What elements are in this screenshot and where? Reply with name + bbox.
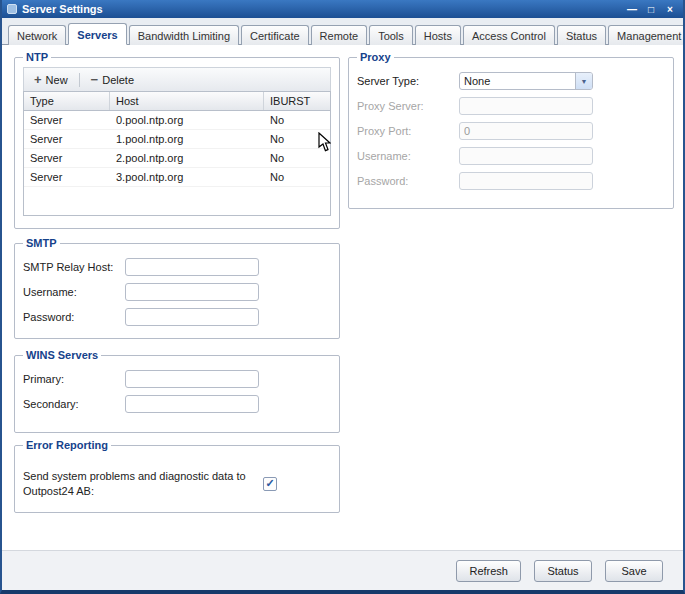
proxy-server-label: Proxy Server:	[357, 100, 459, 112]
tab-tools[interactable]: Tools	[369, 25, 413, 45]
wins-legend: WINS Servers	[23, 349, 101, 361]
chevron-down-icon[interactable]: ▼	[575, 73, 592, 89]
smtp-password-input[interactable]	[125, 308, 259, 326]
proxy-username-input	[459, 147, 593, 165]
server-type-select[interactable]: None ▼	[459, 72, 593, 90]
tab-certificate[interactable]: Certificate	[241, 25, 309, 45]
wins-secondary-input[interactable]	[125, 395, 259, 413]
cell-iburst: No	[264, 133, 330, 145]
cell-type: Server	[24, 152, 110, 164]
tab-label: Remote	[320, 30, 359, 42]
cell-type: Server	[24, 171, 110, 183]
new-button[interactable]: + New	[28, 72, 74, 88]
tab-management[interactable]: Management	[608, 25, 685, 45]
window-title: Server Settings	[22, 3, 103, 15]
tab-network[interactable]: Network	[8, 25, 66, 45]
ntp-legend: NTP	[23, 51, 51, 63]
tab-label: Network	[17, 30, 57, 42]
tab-label: Management	[617, 30, 681, 42]
plus-icon: +	[34, 75, 42, 85]
maximize-button[interactable]: □	[643, 2, 659, 16]
smtp-fieldset: SMTP SMTP Relay Host: Username: Password…	[14, 237, 340, 339]
error-reporting-fieldset: Error Reporting Send system problems and…	[14, 439, 340, 513]
minimize-button[interactable]: —	[624, 2, 640, 16]
status-button[interactable]: Status	[534, 560, 592, 582]
refresh-button[interactable]: Refresh	[456, 560, 521, 582]
proxy-password-label: Password:	[357, 175, 459, 187]
wins-fieldset: WINS Servers Primary: Secondary:	[14, 349, 340, 433]
tab-label: Certificate	[250, 30, 300, 42]
tab-remote[interactable]: Remote	[311, 25, 368, 45]
tab-label: Access Control	[472, 30, 546, 42]
tab-label: Status	[566, 30, 597, 42]
tab-label: Tools	[378, 30, 404, 42]
smtp-username-input[interactable]	[125, 283, 259, 301]
error-reporting-legend: Error Reporting	[23, 439, 111, 451]
tab-servers[interactable]: Servers	[68, 23, 126, 45]
error-reporting-checkbox[interactable]: ✓	[263, 477, 277, 491]
window-controls: — □ ×	[624, 2, 678, 16]
save-button[interactable]: Save	[605, 560, 663, 582]
ntp-grid: Type Host IBURST Server 0.pool.ntp.org N…	[23, 91, 331, 216]
tab-bandwidth-limiting[interactable]: Bandwidth Limiting	[129, 25, 239, 45]
tab-status[interactable]: Status	[557, 25, 606, 45]
column-header-iburst[interactable]: IBURST	[264, 92, 330, 110]
titlebar[interactable]: Server Settings — □ ×	[2, 0, 683, 18]
cell-iburst: No	[264, 152, 330, 164]
content-panel: NTP + New − Delete Type Host IBURST	[2, 45, 683, 590]
proxy-password-input	[459, 172, 593, 190]
column-header-host[interactable]: Host	[110, 92, 264, 110]
minus-icon: −	[91, 75, 99, 85]
proxy-username-label: Username:	[357, 150, 459, 162]
check-icon: ✓	[265, 478, 274, 489]
proxy-fieldset: Proxy Server Type: None ▼ Proxy Server: …	[348, 51, 674, 209]
cell-type: Server	[24, 114, 110, 126]
tab-label: Hosts	[424, 30, 452, 42]
table-row[interactable]: Server 2.pool.ntp.org No	[24, 149, 330, 168]
server-settings-window: Server Settings — □ × Network Servers Ba…	[0, 0, 685, 594]
server-type-label: Server Type:	[357, 75, 459, 87]
delete-button[interactable]: − Delete	[85, 72, 140, 88]
toolbar-separator	[79, 73, 80, 87]
column-header-type[interactable]: Type	[24, 92, 110, 110]
table-row[interactable]: Server 1.pool.ntp.org No	[24, 130, 330, 149]
smtp-legend: SMTP	[23, 237, 60, 249]
wins-secondary-label: Secondary:	[23, 398, 125, 410]
close-button[interactable]: ×	[662, 2, 678, 16]
smtp-relay-host-label: SMTP Relay Host:	[23, 261, 125, 273]
ntp-toolbar: + New − Delete	[23, 67, 331, 91]
table-row[interactable]: Server 0.pool.ntp.org No	[24, 111, 330, 130]
ntp-grid-body: Server 0.pool.ntp.org No Server 1.pool.n…	[24, 111, 330, 215]
smtp-relay-host-input[interactable]	[125, 258, 259, 276]
cell-host: 3.pool.ntp.org	[110, 171, 264, 183]
cell-host: 2.pool.ntp.org	[110, 152, 264, 164]
smtp-username-label: Username:	[23, 286, 125, 298]
new-button-label: New	[46, 74, 68, 86]
cell-host: 0.pool.ntp.org	[110, 114, 264, 126]
cell-iburst: No	[264, 114, 330, 126]
proxy-legend: Proxy	[357, 51, 394, 63]
error-reporting-label: Send system problems and diagnostic data…	[23, 469, 251, 499]
footer-bar: Refresh Status Save	[2, 550, 683, 590]
wins-primary-label: Primary:	[23, 373, 125, 385]
server-type-value: None	[460, 75, 575, 87]
ntp-fieldset: NTP + New − Delete Type Host IBURST	[14, 51, 340, 229]
cell-host: 1.pool.ntp.org	[110, 133, 264, 145]
wins-primary-input[interactable]	[125, 370, 259, 388]
table-row[interactable]: Server 3.pool.ntp.org No	[24, 168, 330, 187]
proxy-port-input	[459, 122, 593, 140]
tab-bar: Network Servers Bandwidth Limiting Certi…	[2, 18, 683, 45]
proxy-server-input	[459, 97, 593, 115]
delete-button-label: Delete	[102, 74, 134, 86]
tab-access-control[interactable]: Access Control	[463, 25, 555, 45]
cell-iburst: No	[264, 171, 330, 183]
cell-type: Server	[24, 133, 110, 145]
proxy-port-label: Proxy Port:	[357, 125, 459, 137]
tab-label: Servers	[77, 29, 117, 41]
window-icon	[7, 4, 17, 14]
tab-hosts[interactable]: Hosts	[415, 25, 461, 45]
ntp-grid-header: Type Host IBURST	[24, 92, 330, 111]
tab-label: Bandwidth Limiting	[138, 30, 230, 42]
smtp-password-label: Password:	[23, 311, 125, 323]
